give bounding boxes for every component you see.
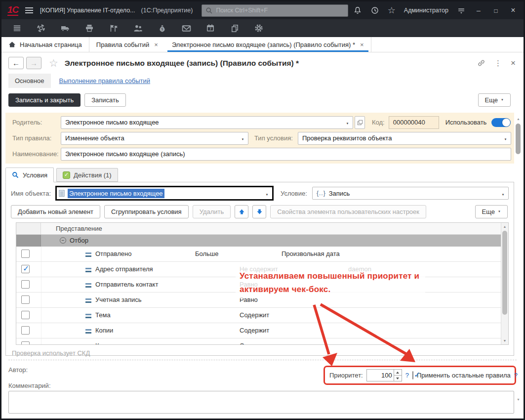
settings-gear-icon[interactable] [253, 23, 264, 34]
more-button[interactable]: Еще [478, 93, 511, 107]
priority-field[interactable] [366, 369, 402, 381]
tab-conditions[interactable]: Условия [5, 168, 54, 182]
forward-button[interactable] [26, 57, 41, 69]
row-checkbox[interactable] [21, 311, 30, 319]
use-toggle[interactable] [491, 118, 511, 127]
apply-rest-checkbox[interactable] [412, 371, 413, 379]
support-lifering-icon[interactable] [36, 23, 46, 34]
tab-close-icon[interactable]: × [360, 41, 364, 48]
users-icon[interactable] [132, 23, 143, 34]
comment-field[interactable] [8, 391, 514, 414]
service-menu-icon[interactable] [457, 6, 466, 15]
save-button[interactable]: Записать [84, 93, 126, 107]
chevron-down-icon[interactable] [499, 190, 507, 197]
scroll-thumb[interactable] [516, 124, 521, 154]
marks-flags-icon[interactable] [108, 23, 119, 34]
save-and-close-button[interactable]: Записать и закрыть [8, 93, 81, 107]
move-down-button[interactable] [252, 205, 266, 218]
name-field[interactable]: Электронное письмо входящее (запись) [61, 148, 511, 161]
object-name-field[interactable]: Электронное письмо входящее [55, 186, 274, 201]
printer-icon[interactable] [84, 23, 95, 34]
condition-row[interactable]: КопииСодержит [16, 323, 508, 338]
svg-text:7: 7 [209, 27, 211, 31]
group-conditions-button[interactable]: Сгруппировать условия [104, 205, 189, 218]
row-condition: Содержит [240, 327, 269, 334]
spinner-down-icon[interactable] [394, 375, 402, 381]
filter-item-icon [85, 344, 91, 345]
chevron-down-icon[interactable] [501, 134, 510, 142]
scroll-down-icon[interactable] [515, 398, 522, 401]
calendar-icon[interactable]: 7 [205, 23, 216, 34]
priority-input[interactable] [367, 370, 394, 381]
favorite-star-icon[interactable] [49, 57, 58, 69]
group-label: Отбор [70, 237, 88, 244]
mail-icon[interactable] [181, 23, 192, 34]
code-label: Код: [372, 119, 385, 126]
notifications-bell-icon[interactable] [353, 6, 362, 15]
current-user[interactable]: Администратор [404, 7, 448, 14]
row-checkbox[interactable] [21, 265, 30, 273]
row-checkbox[interactable] [21, 280, 30, 289]
favorites-star-icon[interactable] [388, 5, 396, 16]
close-window-button[interactable] [509, 6, 518, 15]
nav-rule-execution-link[interactable]: Выполнение правила событий [59, 77, 151, 84]
annotation-line2: активируем чек-бокс. [240, 283, 421, 296]
move-up-button[interactable] [235, 205, 248, 218]
back-button[interactable] [8, 57, 24, 69]
row-checkbox[interactable] [21, 341, 30, 345]
minimize-button[interactable] [474, 6, 483, 14]
scroll-up-icon[interactable] [501, 223, 508, 230]
more-actions-icon[interactable] [494, 59, 502, 68]
tab-actions[interactable]: Действия (1) [56, 168, 118, 182]
priority-spinner[interactable] [394, 370, 402, 381]
form-scrollbar[interactable] [515, 117, 522, 401]
tab-home[interactable]: Начальная страница [1, 37, 89, 52]
scroll-down-icon[interactable] [501, 337, 508, 344]
rule-type-field[interactable]: Изменение объекта [61, 132, 248, 145]
tab-email-rule[interactable]: Электронное письмо входящее (запись) (Пр… [165, 37, 371, 52]
history-icon[interactable] [370, 6, 379, 15]
chevron-down-icon[interactable] [343, 119, 352, 126]
priority-help-link[interactable]: ? [405, 372, 409, 379]
tab-close-icon[interactable]: × [154, 41, 158, 48]
menu-icon[interactable] [11, 23, 22, 34]
filter-item-icon [85, 283, 91, 288]
delivery-truck-icon[interactable] [60, 23, 71, 34]
delete-button[interactable]: Удалить [193, 205, 231, 218]
condition-row[interactable]: КомуСодержит [16, 338, 508, 345]
money-bag-icon[interactable]: § [157, 23, 167, 34]
row-checkbox[interactable] [21, 250, 30, 258]
user-settings-props-button[interactable]: Свойства элемента пользовательских настр… [270, 205, 426, 218]
condition-type-field[interactable]: Проверка реквизитов объекта [298, 132, 511, 145]
nav-main[interactable]: Основное [8, 74, 51, 88]
more-conditions-button[interactable]: Еще [475, 205, 508, 218]
app-window: 1С [КОПИЯ] Управление IT-отдело... (1С:П… [0, 0, 525, 420]
apply-rest-help-link[interactable]: ? [514, 372, 518, 379]
spinner-up-icon[interactable] [394, 370, 402, 375]
add-element-button[interactable]: Добавить новый элемент [11, 205, 100, 218]
global-search[interactable] [202, 4, 348, 17]
main-menu-icon[interactable] [25, 7, 33, 13]
maximize-button[interactable] [491, 6, 500, 14]
code-field: 000000040 [389, 116, 439, 129]
get-link-icon[interactable] [477, 59, 485, 67]
parent-field[interactable]: Электронное письмо входящее [61, 116, 353, 129]
chevron-down-icon[interactable] [263, 189, 271, 198]
open-parent-button[interactable] [355, 116, 365, 129]
collapse-icon[interactable] [60, 237, 66, 244]
chevron-down-icon[interactable] [239, 134, 247, 142]
condition-field[interactable]: {..} Запись [312, 187, 509, 200]
filter-group-row[interactable]: Отбор [16, 235, 508, 247]
close-form-icon[interactable] [511, 58, 516, 68]
name-value: Электронное письмо входящее (запись) [65, 150, 185, 158]
copies-icon[interactable] [229, 23, 240, 34]
tab-event-rules[interactable]: Правила событий × [89, 37, 165, 52]
row-checkbox[interactable] [21, 295, 30, 304]
condition-row[interactable]: ОтправленоБольшеПроизвольная дата [16, 247, 508, 262]
condition-row[interactable]: ТемаСодержит [16, 308, 508, 323]
row-checkbox[interactable] [21, 326, 30, 335]
scroll-up-icon[interactable] [515, 117, 522, 121]
grid-scrollbar[interactable] [501, 223, 508, 344]
scroll-thumb[interactable] [502, 231, 507, 315]
search-input[interactable] [216, 7, 344, 14]
